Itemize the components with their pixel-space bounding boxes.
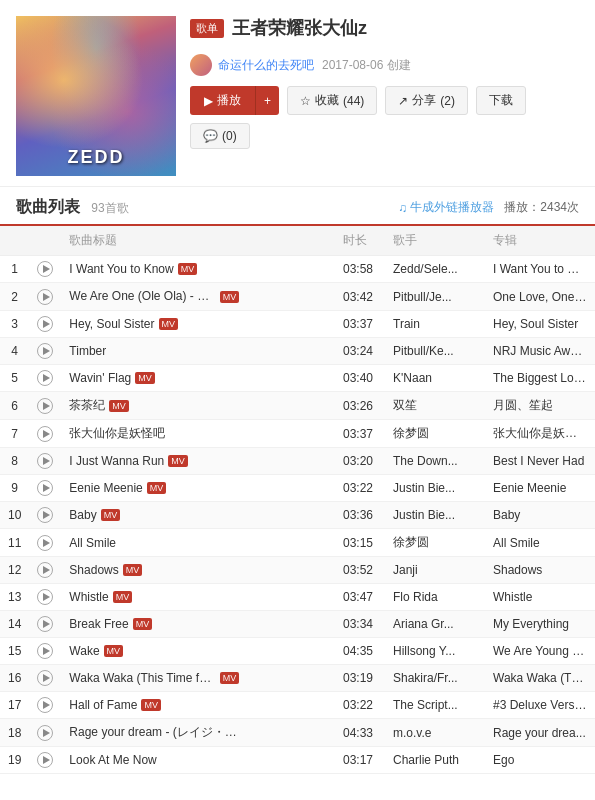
row-artist[interactable]: Train <box>385 311 485 338</box>
song-title-text[interactable]: We Are One (Ole Ola) - 天下一家 ... <box>69 288 216 305</box>
play-button-circle[interactable] <box>37 697 53 713</box>
collect-button[interactable]: ☆ 收藏 (44) <box>287 86 377 115</box>
mv-icon[interactable]: MV <box>113 591 133 603</box>
mv-icon[interactable]: MV <box>141 699 161 711</box>
row-album[interactable]: NRJ Music Awar... <box>485 338 595 365</box>
play-button[interactable]: ▶ 播放 <box>190 86 255 115</box>
row-album[interactable]: Hey, Soul Sister <box>485 311 595 338</box>
song-title-text[interactable]: Rage your dream - (レイジ・ユア・... <box>69 724 239 741</box>
row-album[interactable]: Best I Never Had <box>485 448 595 475</box>
song-title-text[interactable]: Look At Me Now <box>69 753 156 767</box>
row-artist[interactable]: The Script... <box>385 692 485 719</box>
row-album[interactable]: Baby <box>485 502 595 529</box>
song-title-text[interactable]: Eenie Meenie <box>69 481 142 495</box>
row-title: WakeMV <box>61 638 335 665</box>
external-player-link[interactable]: ♫ 牛成外链播放器 <box>398 199 494 216</box>
play-button-circle[interactable] <box>37 480 53 496</box>
song-title-text[interactable]: I Just Wanna Run <box>69 454 164 468</box>
mv-icon[interactable]: MV <box>220 672 240 684</box>
row-artist[interactable]: Janji <box>385 557 485 584</box>
song-title-text[interactable]: Timber <box>69 344 106 358</box>
row-artist[interactable]: Ariana Gr... <box>385 611 485 638</box>
song-title-text[interactable]: 茶茶纪 <box>69 397 105 414</box>
play-button-circle[interactable] <box>37 289 53 305</box>
mv-icon[interactable]: MV <box>123 564 143 576</box>
row-album[interactable]: #3 Deluxe Version <box>485 692 595 719</box>
play-button-circle[interactable] <box>37 426 53 442</box>
song-title-text[interactable]: Waka Waka (This Time for Africa) <box>69 671 216 685</box>
row-album[interactable]: Shadows <box>485 557 595 584</box>
row-artist[interactable]: Pitbull/Ke... <box>385 338 485 365</box>
row-artist[interactable]: Pitbull/Je... <box>385 283 485 311</box>
song-title-text[interactable]: Break Free <box>69 617 128 631</box>
mv-icon[interactable]: MV <box>133 618 153 630</box>
row-artist[interactable]: Justin Bie... <box>385 502 485 529</box>
play-button-circle[interactable] <box>37 643 53 659</box>
row-album[interactable]: We Are Young &... <box>485 638 595 665</box>
row-album[interactable]: Whistle <box>485 584 595 611</box>
song-title-text[interactable]: Whistle <box>69 590 108 604</box>
play-button-circle[interactable] <box>37 370 53 386</box>
row-artist[interactable]: 双笙 <box>385 392 485 420</box>
share-button[interactable]: ↗ 分享 (2) <box>385 86 468 115</box>
play-button-circle[interactable] <box>37 670 53 686</box>
row-album[interactable]: All Smile <box>485 529 595 557</box>
mv-icon[interactable]: MV <box>168 455 188 467</box>
song-title-text[interactable]: I Want You to Know <box>69 262 173 276</box>
row-album[interactable]: Eenie Meenie <box>485 475 595 502</box>
row-artist[interactable]: m.o.v.e <box>385 719 485 747</box>
row-artist[interactable]: Charlie Puth <box>385 747 485 774</box>
mv-icon[interactable]: MV <box>109 400 129 412</box>
row-duration: 03:15 <box>335 529 385 557</box>
row-album[interactable]: 月圆、笙起 <box>485 392 595 420</box>
song-title-text[interactable]: Wake <box>69 644 99 658</box>
comment-button[interactable]: 💬 (0) <box>190 123 250 149</box>
song-title-text[interactable]: All Smile <box>69 536 116 550</box>
mv-icon[interactable]: MV <box>178 263 198 275</box>
mv-icon[interactable]: MV <box>135 372 155 384</box>
play-button-circle[interactable] <box>37 507 53 523</box>
play-button-circle[interactable] <box>37 261 53 277</box>
mv-icon[interactable]: MV <box>101 509 121 521</box>
row-album[interactable]: Waka Waka (Thi... <box>485 665 595 692</box>
row-artist[interactable]: Hillsong Y... <box>385 638 485 665</box>
row-artist[interactable]: Shakira/Fr... <box>385 665 485 692</box>
play-button-circle[interactable] <box>37 535 53 551</box>
row-artist[interactable]: Justin Bie... <box>385 475 485 502</box>
song-title-text[interactable]: Shadows <box>69 563 118 577</box>
row-album[interactable]: Ego <box>485 747 595 774</box>
song-title-text[interactable]: 张大仙你是妖怪吧 <box>69 425 165 442</box>
download-button[interactable]: 下载 <box>476 86 526 115</box>
play-button-circle[interactable] <box>37 453 53 469</box>
row-album[interactable]: The Biggest Los... <box>485 365 595 392</box>
song-title-text[interactable]: Wavin' Flag <box>69 371 131 385</box>
mv-icon[interactable]: MV <box>147 482 167 494</box>
play-button-circle[interactable] <box>37 616 53 632</box>
row-album[interactable]: Rage your drea... <box>485 719 595 747</box>
creator-name[interactable]: 命运什么的去死吧 <box>218 57 314 74</box>
song-title-text[interactable]: Hall of Fame <box>69 698 137 712</box>
play-button-circle[interactable] <box>37 398 53 414</box>
song-title-text[interactable]: Hey, Soul Sister <box>69 317 154 331</box>
row-album[interactable]: 张大仙你是妖怪吧 <box>485 420 595 448</box>
row-artist[interactable]: 徐梦圆 <box>385 529 485 557</box>
row-album[interactable]: My Everything <box>485 611 595 638</box>
song-title-text[interactable]: Baby <box>69 508 96 522</box>
row-artist[interactable]: Zedd/Sele... <box>385 256 485 283</box>
play-button-circle[interactable] <box>37 589 53 605</box>
row-artist[interactable]: K'Naan <box>385 365 485 392</box>
play-button-circle[interactable] <box>37 725 53 741</box>
mv-icon[interactable]: MV <box>104 645 124 657</box>
mv-icon[interactable]: MV <box>220 291 240 303</box>
play-button-circle[interactable] <box>37 316 53 332</box>
row-album[interactable]: One Love, One R... <box>485 283 595 311</box>
row-artist[interactable]: The Down... <box>385 448 485 475</box>
row-artist[interactable]: Flo Rida <box>385 584 485 611</box>
row-album[interactable]: I Want You to Know <box>485 256 595 283</box>
play-button-circle[interactable] <box>37 752 53 768</box>
play-button-circle[interactable] <box>37 343 53 359</box>
play-button-circle[interactable] <box>37 562 53 578</box>
mv-icon[interactable]: MV <box>159 318 179 330</box>
play-add-button[interactable]: + <box>255 86 279 115</box>
row-artist[interactable]: 徐梦圆 <box>385 420 485 448</box>
